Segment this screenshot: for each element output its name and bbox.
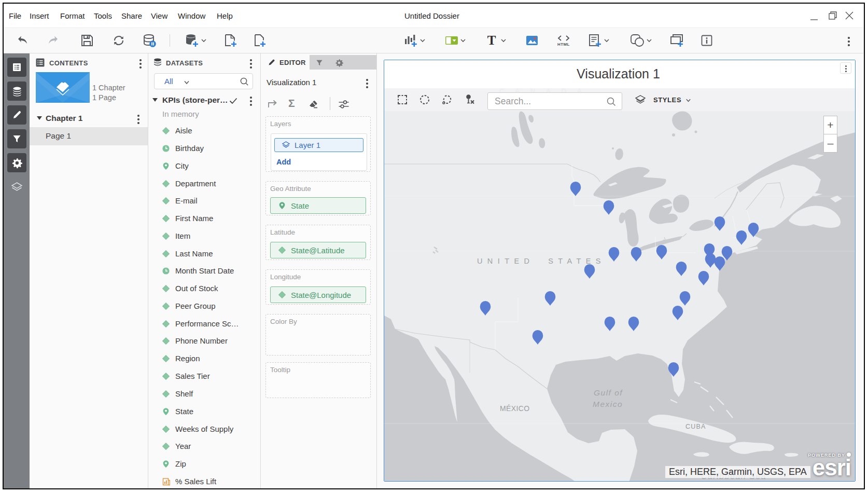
svg-text:CUBA: CUBA (685, 423, 706, 430)
svg-text:Gulf of: Gulf of (594, 388, 623, 397)
svg-text:MÉXICO: MÉXICO (500, 404, 530, 413)
svg-text:UNITED STATES: UNITED STATES (477, 257, 606, 265)
svg-text:Mexico: Mexico (593, 400, 623, 408)
